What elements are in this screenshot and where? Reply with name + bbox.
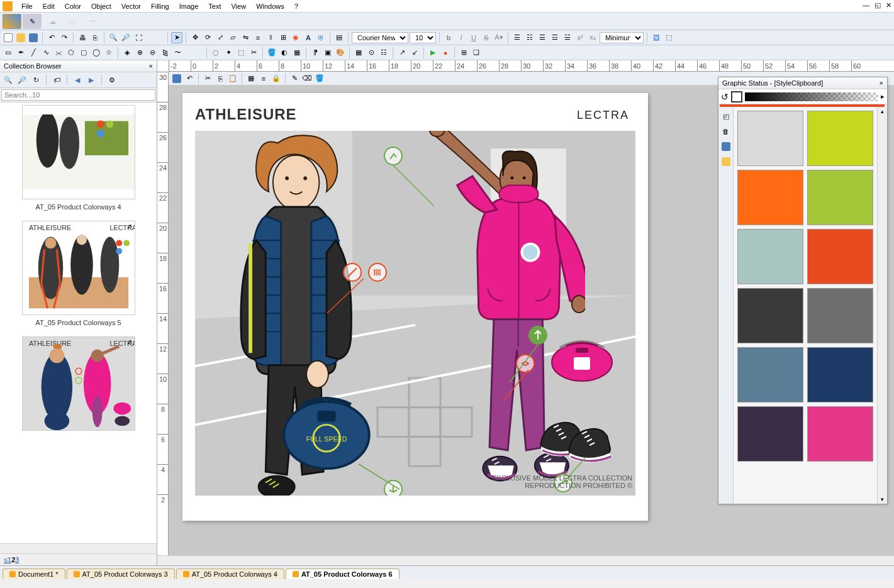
polyline-icon[interactable]: ⩙ [53, 47, 64, 58]
thumbnail[interactable]: ↗ ATHLEISURE LECTRA [22, 336, 135, 431]
color-swatch[interactable] [737, 170, 803, 225]
color-swatch[interactable] [807, 347, 873, 402]
zoom-fit-icon[interactable]: ⛶ [133, 32, 144, 43]
smooth-icon[interactable]: 〜 [172, 47, 183, 58]
window-cascade-icon[interactable]: ❏ [471, 47, 482, 58]
blur-tool-icon[interactable]: ◌ [63, 14, 82, 29]
group-icon[interactable]: ⊞ [277, 32, 289, 43]
add-node-icon[interactable]: ⊕ [134, 47, 145, 58]
marquee-icon[interactable]: ⬚ [235, 47, 247, 58]
swatch-icon[interactable]: ▣ [322, 47, 333, 58]
panel-scrollbar[interactable] [0, 543, 157, 553]
pointer-icon[interactable]: ➤ [171, 32, 182, 43]
align-right-icon[interactable]: ☰ [537, 32, 548, 43]
rotate-icon[interactable]: ⟳ [202, 32, 213, 43]
underline-icon[interactable]: U [468, 32, 479, 43]
canvas-eraser-icon[interactable]: ⌫ [301, 73, 313, 84]
maximize-icon[interactable]: ◱ [874, 1, 881, 9]
gradient-icon[interactable]: ◐ [279, 47, 290, 58]
smudge-tool-icon[interactable]: 〰 [83, 14, 102, 29]
color-swatch[interactable] [737, 406, 803, 462]
browser-tag-icon[interactable]: 🏷 [51, 74, 62, 86]
browser-fit-icon[interactable]: 🔎 [16, 74, 28, 86]
current-swatch[interactable] [731, 91, 742, 103]
play-icon[interactable]: ▶ [427, 47, 439, 58]
style-select[interactable]: Minimun [600, 32, 644, 43]
canvas-brush-icon[interactable]: ✎ [289, 73, 300, 84]
fill-bucket-icon[interactable]: 🪣 [266, 47, 277, 58]
canvas-grid-icon[interactable]: ▦ [245, 73, 257, 84]
artboard[interactable]: ATHLEISURE LECTRA [182, 93, 648, 521]
edit-node-icon[interactable]: ◈ [121, 47, 133, 58]
minimize-icon[interactable]: — [863, 1, 869, 9]
lasso-icon[interactable]: ◌ [210, 47, 221, 58]
browser-settings-icon[interactable]: ⚙ [106, 74, 118, 86]
rp-folder-icon[interactable] [720, 156, 732, 167]
curve-tool-icon[interactable]: ∿ [40, 47, 52, 58]
gradient-slider[interactable] [745, 92, 878, 101]
list-item[interactable]: ↗ ATHLEISURE LECTRA [3, 336, 154, 431]
color-swatch[interactable] [807, 229, 873, 284]
eyedropper-icon[interactable]: ⁋ [310, 47, 321, 58]
viewport[interactable]: ↶ ✂ ⎘ 📋 ▦ ≡ 🔒 ✎ ⌫ 🪣 ATHLEISURE [169, 72, 894, 555]
align-left-icon[interactable]: ☰ [511, 32, 523, 43]
browser-zoom-icon[interactable]: 🔍 [3, 74, 14, 86]
polygon-icon[interactable]: ⬠ [65, 47, 77, 58]
ellipse-icon[interactable]: ◯ [91, 47, 102, 58]
menu-image[interactable]: Image [174, 1, 204, 11]
record-icon[interactable]: ● [440, 47, 451, 58]
thumbnail[interactable] [22, 105, 135, 199]
grid-icon[interactable]: ▦ [353, 47, 364, 58]
color-swatch[interactable] [737, 229, 803, 284]
canvas-copy-icon[interactable]: ⎘ [215, 73, 226, 84]
canvas-paste-icon[interactable]: 📋 [227, 73, 238, 84]
list-item[interactable]: AT_05 Product Colorways 4 [3, 105, 154, 211]
italic-icon[interactable]: I [455, 32, 467, 43]
list-number-icon[interactable]: ☱ [562, 32, 573, 43]
delete-node-icon[interactable]: ⊖ [147, 47, 158, 58]
distribute-icon[interactable]: ⫴ [265, 32, 276, 43]
menu-filling[interactable]: Filling [146, 1, 174, 11]
font-size-select[interactable]: 10 [410, 32, 436, 43]
copy-icon[interactable]: ⎘ [89, 32, 101, 43]
menu-file[interactable]: File [16, 1, 38, 11]
window-tile-icon[interactable]: ⊞ [458, 47, 469, 58]
strike-icon[interactable]: S [481, 32, 492, 43]
document-tab[interactable]: Document1 * [3, 569, 65, 579]
right-panel-scrollbar[interactable]: ▴ ▾ [877, 107, 887, 504]
panel-close-icon[interactable]: × [149, 62, 153, 70]
open-icon[interactable] [15, 32, 26, 43]
menu-color[interactable]: Color [60, 1, 86, 11]
bold-icon[interactable]: b [443, 32, 454, 43]
rp-trash-icon[interactable]: 🗑 [720, 126, 732, 137]
color-swatch[interactable] [807, 170, 873, 225]
browser-back-icon[interactable]: ◀ [72, 74, 83, 86]
text-tool-icon[interactable]: A [303, 32, 314, 43]
color-swatch[interactable] [807, 288, 873, 343]
rect-select-icon[interactable]: ▭ [3, 47, 14, 58]
right-panel-close-icon[interactable]: × [880, 79, 883, 87]
menu-windows[interactable]: Windows [251, 1, 289, 11]
mirror-icon[interactable]: ⇋ [240, 32, 251, 43]
superscript-icon[interactable]: x² [574, 32, 586, 43]
list-bullet-icon[interactable]: ☲ [549, 32, 561, 43]
print-icon[interactable]: 🖶 [77, 32, 88, 43]
font-family-select[interactable]: Courier New [352, 32, 408, 43]
cloud-tool-icon[interactable]: ☁ [43, 14, 62, 29]
color-swatch[interactable] [807, 406, 873, 462]
guides-icon[interactable]: ☷ [378, 47, 389, 58]
import-icon[interactable]: ↙ [409, 47, 420, 58]
canvas-fill-icon[interactable]: 🪣 [314, 73, 325, 84]
shield-icon[interactable]: ⛨ [315, 32, 327, 43]
color-swatch[interactable] [807, 111, 873, 166]
image-tool-icon[interactable]: 🖼 [651, 32, 662, 43]
pen-tool-icon[interactable]: ✒ [15, 47, 26, 58]
thumbnail[interactable]: ↗ ATHLEISURE LECTRA [22, 221, 135, 315]
search-input[interactable] [1, 89, 155, 101]
save-icon[interactable] [28, 32, 39, 43]
snap-icon[interactable]: ⊙ [366, 47, 377, 58]
menu-edit[interactable]: Edit [38, 1, 60, 11]
browser-refresh-icon[interactable]: ↻ [30, 74, 42, 86]
browser-fwd-icon[interactable]: ▶ [86, 74, 97, 86]
document-tab[interactable]: AT_05 Product Colorways 4 [176, 569, 284, 579]
